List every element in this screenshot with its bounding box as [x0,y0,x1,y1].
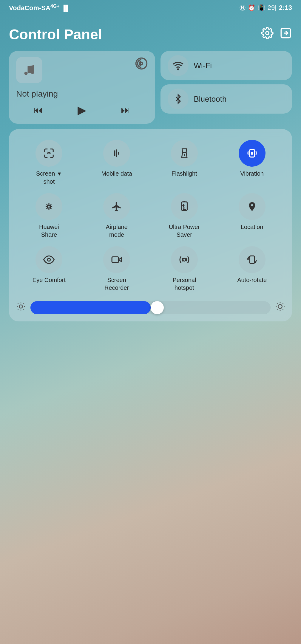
media-controls: ⏮ ▶ ⏭ [16,103,148,117]
svg-rect-16 [112,257,118,262]
play-button[interactable]: ▶ [78,103,86,117]
screenshot-label: Screen ▼shot [36,170,62,185]
huaweishare-label: HuaweiShare [39,223,59,239]
sound-wave-icon [135,57,148,73]
location-label: Location [241,223,263,231]
vibrate-icon: 📳 [258,4,265,11]
bluetooth-label: Bluetooth [194,95,227,104]
svg-line-35 [277,309,278,310]
vibration-label: Vibration [240,170,264,177]
svg-rect-18 [250,256,254,263]
autorotate-icon [239,246,266,273]
brightness-slider[interactable] [30,301,271,314]
svg-line-27 [23,304,24,304]
huaweishare-tile[interactable]: HuaweiShare [16,191,82,241]
main-grid-card: Screen ▼shot Mobile data [9,129,292,321]
media-top [16,57,148,83]
eyecomfort-icon [35,246,62,273]
vibration-tile[interactable]: Vibration [219,137,285,188]
media-card[interactable]: Not playing ⏮ ▶ ⏭ [9,51,155,124]
vibration-icon [239,140,266,167]
wifi-tile[interactable]: Wi-Fi [160,51,292,80]
airplanemode-tile[interactable]: Airplanemode [84,191,150,241]
airplanemode-icon [103,193,130,220]
brightness-min-icon [16,302,26,313]
brightness-row [16,301,285,314]
page-title: Control Panel [9,26,102,43]
ultrapowersaver-icon [171,193,198,220]
location-icon [239,193,266,220]
wifi-icon [168,55,189,76]
svg-point-2 [24,72,28,75]
status-bar: VodaCom-SA4G+ ▐▌ Ⓝ ⏰ 📳 29| 2:13 [0,0,301,14]
mobiledata-tile[interactable]: Mobile data [84,137,150,188]
top-row: Not playing ⏮ ▶ ⏭ Wi-Fi [9,51,292,124]
next-button[interactable]: ⏭ [121,105,130,116]
svg-point-6 [177,69,178,70]
flashlight-tile[interactable]: Flashlight [152,137,217,188]
header-icons [261,27,292,42]
carrier-label: VodaCom-SA4G+ ▐▌ [9,4,70,12]
time-label: 2:13 [279,4,292,12]
music-icon [16,57,42,83]
wifi-bt-column: Wi-Fi Bluetooth [160,51,292,124]
panel-header: Control Panel [9,26,292,43]
brightness-thumb[interactable] [151,301,164,314]
ultrapowersaver-tile[interactable]: Ultra PowerSaver [152,191,217,241]
bottom-area [0,321,301,530]
screenrecorder-icon [103,246,130,273]
brightness-fill [30,301,151,314]
svg-line-22 [18,304,18,304]
bluetooth-icon [168,89,189,109]
huaweishare-icon [35,193,62,220]
location-tile[interactable]: Location [219,191,285,241]
screenrecorder-tile[interactable]: ScreenRecorder [84,244,150,294]
autorotate-label: Auto-rotate [237,276,267,284]
personalhotspot-label: Personalhotspot [172,276,196,292]
airplanemode-label: Airplanemode [106,223,127,239]
svg-line-23 [23,309,24,310]
eyecomfort-tile[interactable]: Eye Comfort [16,244,82,294]
wifi-label: Wi-Fi [194,61,212,70]
edit-icon[interactable] [280,27,292,42]
mobiledata-label: Mobile data [101,170,132,177]
nfc-icon: Ⓝ [240,4,246,12]
screenrecorder-label: ScreenRecorder [104,276,129,292]
personalhotspot-tile[interactable]: Personalhotspot [152,244,217,294]
svg-point-5 [140,63,142,65]
flashlight-icon [171,140,198,167]
svg-line-31 [277,304,278,304]
bluetooth-tile[interactable]: Bluetooth [160,84,292,114]
svg-point-15 [48,258,51,261]
brightness-max-icon [275,302,285,313]
eyecomfort-label: Eye Comfort [33,276,66,284]
svg-line-36 [283,304,283,304]
battery-label: 29| [268,4,277,12]
svg-line-32 [283,309,283,310]
svg-point-17 [183,258,186,261]
svg-point-19 [19,305,23,308]
alarm-icon: ⏰ [248,4,255,11]
prev-button[interactable]: ⏮ [33,105,43,116]
status-right: Ⓝ ⏰ 📳 29| 2:13 [240,4,292,12]
personalhotspot-icon [171,246,198,273]
flashlight-label: Flashlight [172,170,197,177]
media-status: Not playing [16,89,148,99]
mobiledata-icon [103,140,130,167]
svg-point-3 [31,71,34,74]
control-panel: Control Panel [9,26,292,321]
screenshot-tile[interactable]: Screen ▼shot [16,137,82,188]
svg-point-0 [266,32,269,35]
settings-icon[interactable] [261,27,274,42]
screenshot-icon [35,140,62,167]
svg-line-26 [18,309,18,310]
ultrapowersaver-label: Ultra PowerSaver [169,223,200,239]
autorotate-tile[interactable]: Auto-rotate [219,244,285,294]
svg-point-28 [278,305,282,309]
icon-grid: Screen ▼shot Mobile data [16,137,285,294]
